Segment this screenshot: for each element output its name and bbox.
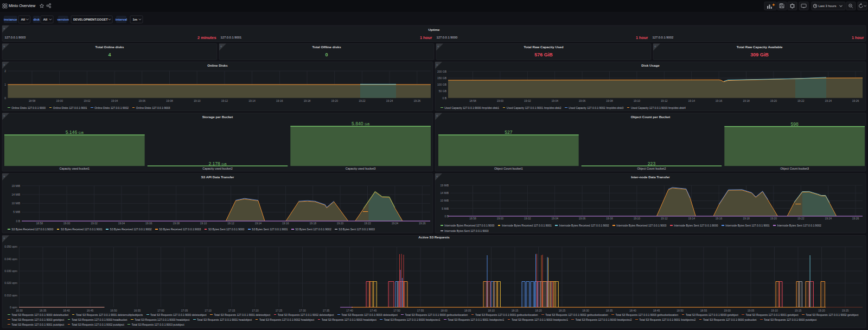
svg-text:19:08: 19:08 [166,99,173,102]
svg-text:Capacity used bucket1: Capacity used bucket1 [59,167,90,170]
svg-text:DEVELOPMENT.GOGET: DEVELOPMENT.GOGET [73,18,108,21]
svg-text:19:10: 19:10 [634,217,641,220]
svg-text:18:58: 18:58 [29,99,36,102]
svg-text:19:04: 19:04 [111,99,118,102]
svg-text:Uptime: Uptime [429,28,441,31]
svg-text:1: 1 [4,83,6,86]
svg-text:19:12: 19:12 [661,217,668,220]
svg-text:19:22: 19:22 [797,217,805,220]
svg-text:19:18: 19:18 [309,222,316,225]
svg-text:19:08: 19:08 [606,217,613,220]
svg-text:0 B: 0 B [16,219,20,223]
svg-text:19:05: 19:05 [748,309,755,312]
svg-text:19:02: 19:02 [84,99,91,102]
svg-text:127.0.0.1:9003: 127.0.0.1:9003 [5,36,26,39]
svg-text:i: i [437,114,437,117]
svg-text:19:16: 19:16 [282,222,289,225]
svg-text:i: i [655,45,655,48]
svg-text:17:50: 17:50 [393,309,400,312]
svg-text:0.040 opm: 0.040 opm [4,257,17,261]
svg-text:disk: disk [33,18,40,21]
svg-text:19:26: 19:26 [419,222,426,225]
svg-text:5 MiB: 5 MiB [13,210,20,213]
svg-text:14 MiB: 14 MiB [440,191,449,195]
svg-text:598: 598 [791,121,799,127]
svg-text:version: version [58,18,69,21]
svg-text:17:35: 17:35 [323,309,330,312]
svg-text:Object Count per Bucket: Object Count per Bucket [631,115,671,119]
svg-text:2: 2 [4,69,6,73]
svg-text:Active S3 Requests: Active S3 Requests [418,235,450,239]
svg-text:14 MiB: 14 MiB [11,193,20,196]
svg-text:19:24: 19:24 [825,217,832,220]
svg-text:19:12: 19:12 [661,99,668,102]
svg-text:instance: instance [4,18,17,21]
svg-text:i: i [4,175,4,178]
svg-text:Total Raw Capacity Used: Total Raw Capacity Used [524,45,563,49]
svg-text:Total Offline disks: Total Offline disks [312,45,341,49]
svg-text:18:58: 18:58 [469,99,476,102]
svg-text:19:08: 19:08 [606,99,613,102]
svg-text:i: i [4,114,4,117]
svg-text:19:10: 19:10 [771,309,778,312]
svg-text:18:50: 18:50 [676,309,684,312]
svg-text:18:58: 18:58 [36,222,43,225]
svg-text:18:30: 18:30 [582,309,589,312]
svg-text:16:30: 16:30 [16,309,23,312]
svg-text:5 MiB: 5 MiB [442,207,449,210]
svg-text:16:40: 16:40 [63,309,70,312]
svg-text:Object Count bucket2: Object Count bucket2 [637,167,666,170]
svg-text:i: i [4,27,4,30]
svg-text:19:24: 19:24 [392,222,399,225]
svg-text:Total Online disks: Total Online disks [95,45,124,49]
svg-text:127.0.0.1:9002: 127.0.0.1:9002 [653,36,674,39]
svg-text:i: i [4,237,4,240]
svg-text:1 hour: 1 hour [420,35,432,40]
svg-text:All: All [43,18,48,21]
svg-text:16:45: 16:45 [87,309,94,312]
svg-text:S3 API Data Transfer: S3 API Data Transfer [201,175,234,179]
svg-text:19:18: 19:18 [743,99,750,102]
svg-text:19:10: 19:10 [194,99,201,102]
svg-text:1m: 1m [133,18,138,21]
svg-text:19:24: 19:24 [386,99,393,102]
svg-text:19:14: 19:14 [255,222,262,225]
svg-text:16:55: 16:55 [134,309,141,312]
svg-text:16:35: 16:35 [40,309,47,312]
svg-text:Online Disks: Online Disks [207,63,228,67]
svg-text:19:00: 19:00 [63,222,71,225]
svg-text:19:26: 19:26 [414,99,421,102]
svg-text:0.030 opm: 0.030 opm [4,269,17,273]
svg-text:Minio Overview: Minio Overview [9,3,36,8]
svg-text:200 GB: 200 GB [437,70,447,73]
svg-text:Inter-node Data Transfer: Inter-node Data Transfer [631,175,670,179]
svg-text:17:30: 17:30 [299,309,306,312]
svg-text:0.010 opm: 0.010 opm [4,294,17,297]
svg-text:16:50: 16:50 [110,309,117,312]
svg-text:19:24: 19:24 [825,99,832,102]
svg-text:19:26: 19:26 [852,217,859,220]
svg-text:19:12: 19:12 [227,222,234,225]
svg-text:Total Raw Capacity Available: Total Raw Capacity Available [737,45,783,49]
svg-text:4: 4 [108,52,111,57]
svg-text:17:40: 17:40 [346,309,353,312]
svg-text:19:14: 19:14 [688,217,695,220]
svg-text:0.020 opm: 0.020 opm [4,281,17,284]
svg-text:18:45: 18:45 [653,309,660,312]
svg-text:i: i [438,45,438,48]
svg-text:150 GB: 150 GB [437,76,447,80]
svg-text:17:10: 17:10 [205,309,212,312]
svg-text:19:08: 19:08 [173,222,180,225]
svg-text:19:04: 19:04 [551,217,558,220]
svg-text:19:10: 19:10 [634,99,641,102]
svg-text:1 hour: 1 hour [636,35,648,40]
svg-text:19:22: 19:22 [359,99,366,102]
svg-text:127.0.0.1:9001: 127.0.0.1:9001 [221,36,242,39]
svg-text:100 GB: 100 GB [437,83,447,86]
svg-text:19:02: 19:02 [91,222,98,225]
svg-text:309 GiB: 309 GiB [750,52,769,57]
svg-text:19:16: 19:16 [716,99,723,102]
svg-text:17:00: 17:00 [157,309,164,312]
svg-text:19:20: 19:20 [337,222,344,225]
svg-text:19 MiB: 19 MiB [11,184,20,187]
